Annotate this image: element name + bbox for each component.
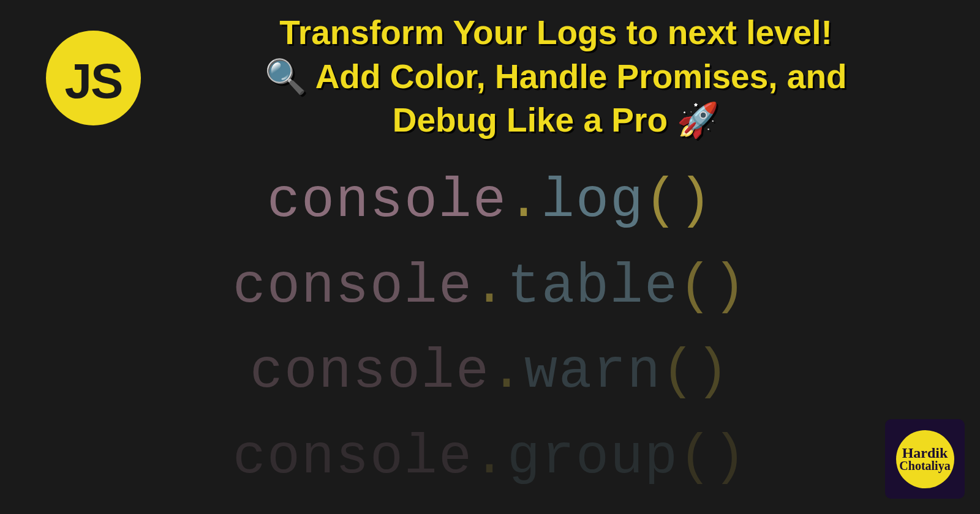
headline: Transform Your Logs to next level! 🔍 Add…	[156, 11, 956, 143]
code-snippets: console.log() console.table() console.wa…	[0, 159, 980, 501]
js-logo-badge: JS	[46, 31, 141, 125]
headline-line3: Debug Like a Pro 🚀	[393, 101, 720, 139]
code-line-4: console.group()	[0, 415, 980, 501]
author-avatar: Hardik Chotaliya	[896, 430, 954, 488]
author-badge: Hardik Chotaliya	[885, 419, 965, 499]
code-line-2: console.table()	[0, 245, 980, 330]
code-line-1: console.log()	[0, 159, 980, 245]
headline-line1: Transform Your Logs to next level!	[279, 13, 832, 51]
author-first-name: Hardik	[902, 447, 948, 460]
code-line-3: console.warn()	[0, 330, 980, 415]
headline-line2: 🔍 Add Color, Handle Promises, and	[265, 58, 846, 95]
author-last-name: Chotaliya	[899, 460, 950, 471]
js-logo-text: JS	[65, 53, 123, 110]
